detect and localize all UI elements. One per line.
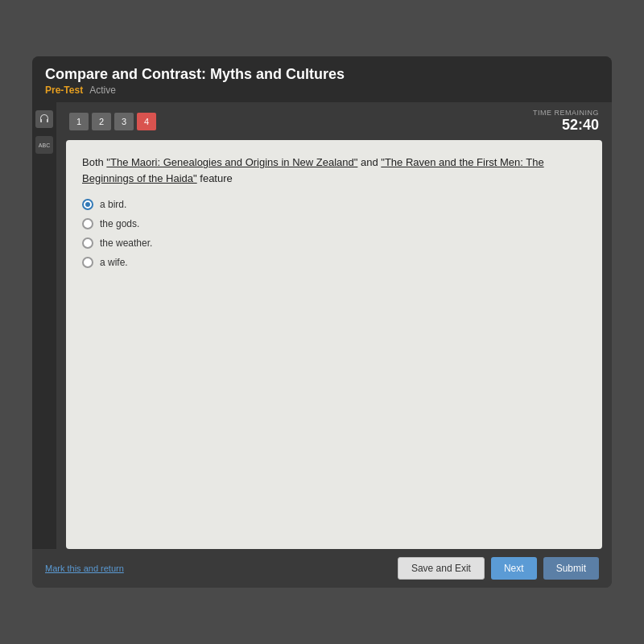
headphone-icon[interactable] [35,110,53,128]
question-text-prefix: Both [82,156,106,168]
radio-d[interactable] [82,257,93,268]
answer-options: a bird. the gods. the weather. a wife. [82,199,586,268]
radio-a[interactable] [82,199,93,210]
question-num-4[interactable]: 4 [137,113,156,130]
spacer [82,268,586,535]
question-numbers: 1 2 3 4 [69,113,156,130]
question-numbers-bar: 1 2 3 4 TIME REMAINING 52:40 [56,102,612,140]
content-wrapper: 1 2 3 4 TIME REMAINING 52:40 Both "The M… [56,102,612,549]
time-remaining-label: TIME REMAINING [533,109,599,117]
question-text-middle: and [357,156,381,168]
bottom-bar: Mark this and return Save and Exit Next … [32,549,612,588]
source1-text: "The Maori: Genealogies and Origins in N… [106,156,357,168]
time-remaining-display: TIME REMAINING 52:40 [533,109,599,134]
answer-text-c: the weather. [100,237,152,249]
active-label: Active [89,85,116,96]
question-panel: Both "The Maori: Genealogies and Origins… [66,140,602,549]
question-num-2[interactable]: 2 [92,113,111,130]
next-button[interactable]: Next [491,557,537,580]
main-screen: Compare and Contrast: Myths and Cultures… [32,56,612,588]
left-sidebar: ABC [32,102,56,549]
radio-b[interactable] [82,218,93,229]
save-exit-button[interactable]: Save and Exit [398,557,485,580]
answer-text-a: a bird. [100,199,126,210]
question-text: Both "The Maori: Genealogies and Origins… [82,155,586,186]
mark-return-button[interactable]: Mark this and return [45,564,124,573]
page-title: Compare and Contrast: Myths and Cultures [45,66,599,83]
answer-option-d[interactable]: a wife. [82,257,586,268]
question-num-3[interactable]: 3 [114,113,134,130]
time-remaining-value: 52:40 [533,117,599,134]
subtitle-row: Pre-Test Active [45,85,599,96]
radio-c[interactable] [82,237,93,249]
submit-button[interactable]: Submit [543,557,599,580]
answer-text-b: the gods. [100,218,139,229]
pre-test-label: Pre-Test [45,85,83,96]
question-num-1[interactable]: 1 [69,113,89,130]
abc-icon[interactable]: ABC [35,136,53,154]
action-buttons: Save and Exit Next Submit [398,557,599,580]
top-bar: Compare and Contrast: Myths and Cultures… [32,56,612,102]
answer-option-b[interactable]: the gods. [82,218,586,229]
main-content-area: ABC 1 2 3 4 TIME REMAINING 52:40 Both "T… [32,102,612,549]
answer-text-d: a wife. [100,257,128,268]
question-text-suffix: feature [197,172,233,184]
radio-inner-a [85,202,90,207]
answer-option-a[interactable]: a bird. [82,199,586,210]
answer-option-c[interactable]: the weather. [82,237,586,249]
